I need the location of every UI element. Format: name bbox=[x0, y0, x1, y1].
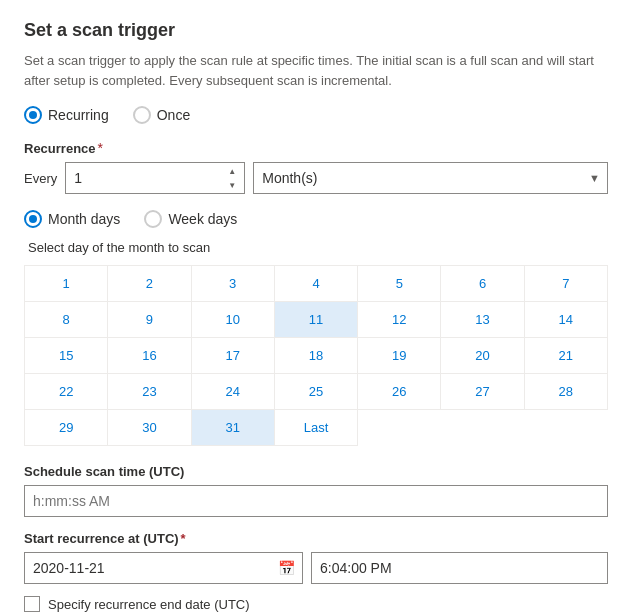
start-recurrence-required-star: * bbox=[181, 531, 186, 546]
end-date-label: Specify recurrence end date (UTC) bbox=[48, 597, 250, 612]
page-title: Set a scan trigger bbox=[24, 20, 608, 41]
once-radio-circle bbox=[133, 106, 151, 124]
calendar-day-19[interactable]: 19 bbox=[358, 338, 441, 374]
calendar-day-8[interactable]: 8 bbox=[25, 302, 108, 338]
calendar-day-last[interactable]: Last bbox=[275, 410, 358, 446]
every-number-input[interactable] bbox=[65, 162, 245, 194]
select-day-label: Select day of the month to scan bbox=[28, 240, 608, 255]
recurrence-label: Recurrence bbox=[24, 141, 96, 156]
recurrence-header: Recurrence* bbox=[24, 140, 608, 156]
day-type-group: Month days Week days bbox=[24, 210, 608, 228]
trigger-type-group: Recurring Once bbox=[24, 106, 608, 124]
spin-buttons: ▲ ▼ bbox=[221, 164, 243, 192]
week-days-radio-circle bbox=[144, 210, 162, 228]
recurrence-required-star: * bbox=[98, 140, 103, 156]
start-time-input[interactable] bbox=[311, 552, 608, 584]
spin-up-button[interactable]: ▲ bbox=[221, 164, 243, 178]
spin-down-button[interactable]: ▼ bbox=[221, 178, 243, 192]
calendar-day-30[interactable]: 30 bbox=[108, 410, 191, 446]
calendar-day-25[interactable]: 25 bbox=[275, 374, 358, 410]
calendar-day-21[interactable]: 21 bbox=[525, 338, 608, 374]
calendar-day-4[interactable]: 4 bbox=[275, 266, 358, 302]
schedule-time-label: Schedule scan time (UTC) bbox=[24, 464, 608, 479]
unit-dropdown-wrap: Month(s) Week(s) Day(s) ▼ bbox=[253, 162, 608, 194]
schedule-time-section: Schedule scan time (UTC) bbox=[24, 464, 608, 517]
start-recurrence-label: Start recurrence at (UTC)* bbox=[24, 531, 608, 546]
recurring-radio-text: Recurring bbox=[48, 107, 109, 123]
once-radio-text: Once bbox=[157, 107, 190, 123]
calendar-day-16[interactable]: 16 bbox=[108, 338, 191, 374]
calendar-day-6[interactable]: 6 bbox=[441, 266, 524, 302]
calendar-day-12[interactable]: 12 bbox=[358, 302, 441, 338]
week-days-radio-text: Week days bbox=[168, 211, 237, 227]
calendar-day-26[interactable]: 26 bbox=[358, 374, 441, 410]
end-date-checkbox[interactable] bbox=[24, 596, 40, 612]
calendar-day-29[interactable]: 29 bbox=[25, 410, 108, 446]
start-date-input[interactable] bbox=[24, 552, 303, 584]
calendar-day-13[interactable]: 13 bbox=[441, 302, 524, 338]
unit-dropdown[interactable]: Month(s) Week(s) Day(s) bbox=[253, 162, 608, 194]
start-recurrence-section: Start recurrence at (UTC)* 📅 bbox=[24, 531, 608, 584]
calendar-grid: 1234567891011121314151617181920212223242… bbox=[24, 265, 608, 446]
every-number-wrap: ▲ ▼ bbox=[65, 162, 245, 194]
calendar-day-31[interactable]: 31 bbox=[192, 410, 275, 446]
calendar-day-23[interactable]: 23 bbox=[108, 374, 191, 410]
calendar-day-7[interactable]: 7 bbox=[525, 266, 608, 302]
page-description: Set a scan trigger to apply the scan rul… bbox=[24, 51, 608, 90]
calendar-day-24[interactable]: 24 bbox=[192, 374, 275, 410]
month-days-radio-circle bbox=[24, 210, 42, 228]
week-days-radio-label[interactable]: Week days bbox=[144, 210, 237, 228]
recurrence-row: Every ▲ ▼ Month(s) Week(s) Day(s) ▼ bbox=[24, 162, 608, 194]
calendar-day-5[interactable]: 5 bbox=[358, 266, 441, 302]
recurring-radio-circle bbox=[24, 106, 42, 124]
recurring-radio-label[interactable]: Recurring bbox=[24, 106, 109, 124]
calendar-day-9[interactable]: 9 bbox=[108, 302, 191, 338]
calendar-day-27[interactable]: 27 bbox=[441, 374, 524, 410]
calendar-day-10[interactable]: 10 bbox=[192, 302, 275, 338]
start-recurrence-row: 📅 bbox=[24, 552, 608, 584]
month-days-radio-label[interactable]: Month days bbox=[24, 210, 120, 228]
month-days-radio-text: Month days bbox=[48, 211, 120, 227]
once-radio-label[interactable]: Once bbox=[133, 106, 190, 124]
calendar-day-3[interactable]: 3 bbox=[192, 266, 275, 302]
calendar-day-28[interactable]: 28 bbox=[525, 374, 608, 410]
calendar-day-11[interactable]: 11 bbox=[275, 302, 358, 338]
calendar-day-1[interactable]: 1 bbox=[25, 266, 108, 302]
calendar-day-15[interactable]: 15 bbox=[25, 338, 108, 374]
schedule-time-input[interactable] bbox=[24, 485, 608, 517]
calendar-day-17[interactable]: 17 bbox=[192, 338, 275, 374]
calendar-day-18[interactable]: 18 bbox=[275, 338, 358, 374]
calendar-day-2[interactable]: 2 bbox=[108, 266, 191, 302]
calendar-day-22[interactable]: 22 bbox=[25, 374, 108, 410]
calendar-day-14[interactable]: 14 bbox=[525, 302, 608, 338]
start-date-wrap: 📅 bbox=[24, 552, 303, 584]
end-date-row: Specify recurrence end date (UTC) bbox=[24, 596, 608, 612]
every-label: Every bbox=[24, 171, 57, 186]
calendar-day-20[interactable]: 20 bbox=[441, 338, 524, 374]
